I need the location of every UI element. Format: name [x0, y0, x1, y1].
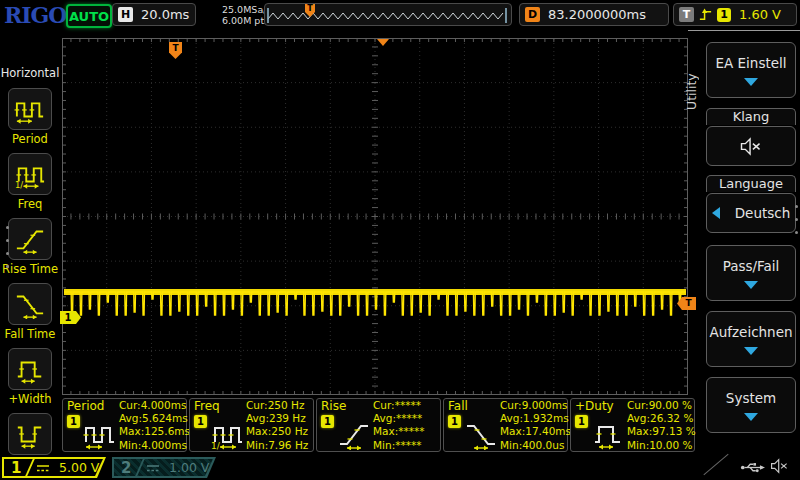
channel-status-bar: 1 5.00 V 2 1.00 V	[0, 455, 800, 480]
measurement-panel-fall[interactable]: Fall 1 Cur:9.000ms Avg:1.932ms Max:17.40…	[443, 398, 568, 452]
period-icon	[13, 94, 47, 124]
chevron-down-icon	[744, 347, 758, 355]
sidebar-item-period[interactable]: Period	[0, 88, 60, 146]
channel-badge: 1	[448, 415, 461, 428]
measurement-panel-rise[interactable]: Rise 1 Cur:***** Avg:***** Max:***** Min…	[316, 398, 441, 452]
delay-box[interactable]: D 83.2000000ms	[519, 3, 669, 26]
menu-item-passfail[interactable]: Pass/Fail	[706, 245, 796, 301]
freq-icon: 1/	[209, 418, 245, 450]
usb-icon	[740, 461, 765, 474]
menu-item-language[interactable]: Deutsch	[706, 193, 796, 233]
fall-icon	[13, 289, 47, 319]
channel-badge: 1	[67, 415, 80, 428]
svg-text:1/: 1/	[211, 441, 221, 450]
rise-icon	[336, 418, 372, 450]
delay-value: 83.2000000ms	[548, 7, 646, 22]
horizontal-scale-box[interactable]: H 20.0ms	[112, 3, 196, 26]
period-icon	[82, 418, 118, 450]
measurement-panel-duty[interactable]: +Duty 1 Cur:90.00 % Avg:26.32 % Max:97.1…	[570, 398, 695, 452]
scroll-dot	[6, 265, 9, 268]
chevron-left-icon	[712, 207, 720, 219]
run-status-badge: AUTO	[66, 4, 112, 28]
delay-label: D	[525, 7, 540, 22]
memory-waveform-preview	[265, 4, 511, 25]
chevron-down-icon	[744, 281, 758, 289]
pwidth-icon	[13, 354, 47, 384]
trigger-level-value: 1.60 V	[739, 7, 781, 22]
menu-tab-utility: Utility	[684, 52, 700, 132]
sidebar-item-rise-time[interactable]: Rise Time	[0, 218, 60, 276]
chevron-down-icon	[744, 413, 758, 421]
dc-coupling-icon	[36, 463, 50, 473]
sidebar-item-freq[interactable]: 1/ Freq	[0, 153, 60, 211]
trigger-box[interactable]: T 1 1.60 V	[673, 3, 797, 26]
channel-1-status[interactable]: 1 5.00 V	[2, 457, 106, 478]
fall-icon	[463, 418, 499, 450]
freq-icon: 1/	[13, 159, 47, 189]
horizontal-label: H	[118, 7, 133, 22]
speaker-muted-icon	[770, 458, 789, 474]
channel-badge: 1	[321, 415, 334, 428]
measurement-panel-freq[interactable]: Freq 1 1/ Cur:250 Hz Avg:239 Hz Max:250 …	[189, 398, 314, 452]
menu-title-language: Language	[706, 175, 796, 192]
scroll-dot	[795, 231, 798, 234]
sidebar-item-fall-time[interactable]: Fall Time	[0, 283, 60, 341]
rise-icon	[13, 224, 47, 254]
horizontal-scale-value: 20.0ms	[141, 7, 189, 22]
menu-item-system[interactable]: System	[706, 377, 796, 433]
channel-2-status[interactable]: 2 1.00 V	[112, 457, 216, 478]
graticule-waveform-area	[62, 38, 688, 395]
menu-item-record[interactable]: Aufzeichnen	[706, 311, 796, 367]
menu-item-io-setting[interactable]: EA Einstell	[706, 42, 796, 98]
channel-badge: 1	[194, 415, 207, 428]
scroll-dot	[795, 218, 798, 221]
menu-divider	[688, 30, 800, 31]
waveform-position-bar[interactable]: T	[264, 3, 512, 26]
oscilloscope-screen: RIGOL AUTO H 20.0ms 25.0MSa/s 6.00M pts …	[0, 0, 800, 480]
rising-edge-icon	[698, 7, 713, 22]
left-sidebar: Horizontal Period 1/ Freq Rise Time Fall…	[0, 30, 60, 455]
scroll-dot	[6, 239, 9, 242]
chevron-down-icon	[744, 78, 758, 86]
menu-title-sound: Klang	[706, 108, 796, 125]
trigger-label: T	[679, 7, 694, 22]
channel-badge: 1	[575, 415, 588, 428]
sidebar-item-pwidth[interactable]: +Width	[0, 348, 60, 406]
speaker-muted-icon	[739, 137, 763, 156]
nwidth-icon	[13, 419, 47, 449]
menu-item-sound[interactable]	[706, 126, 796, 166]
pwidth-icon	[590, 418, 626, 450]
scroll-dot	[6, 252, 9, 255]
dc-coupling-icon	[146, 463, 160, 473]
trigger-source-badge: 1	[717, 8, 731, 22]
svg-text:1/: 1/	[15, 180, 23, 189]
sidebar-title: Horizontal	[0, 66, 60, 80]
scroll-dot	[795, 205, 798, 208]
measurement-panel-period[interactable]: Period 1 Cur:4.000ms Avg:5.624ms Max:125…	[62, 398, 187, 452]
scroll-dot	[6, 226, 9, 229]
